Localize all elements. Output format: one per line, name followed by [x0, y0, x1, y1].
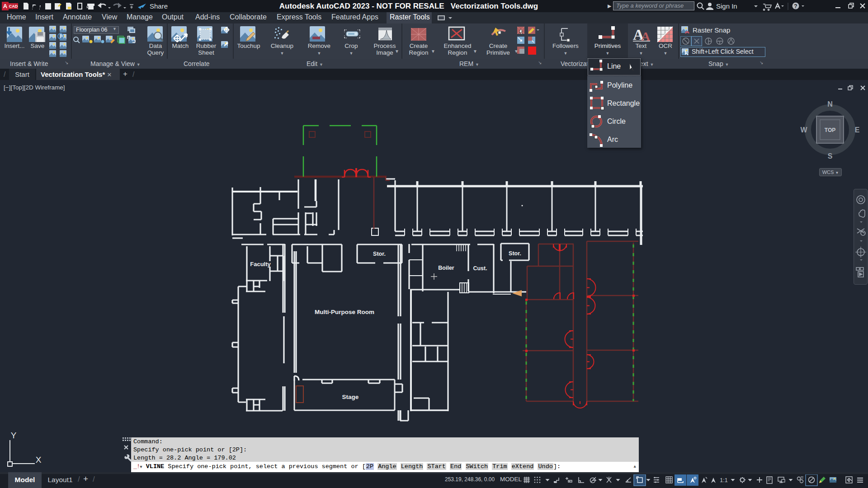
svg-text:Y: Y — [11, 431, 17, 440]
svg-text:E: E — [855, 126, 860, 134]
svg-text:S: S — [828, 152, 833, 160]
svg-text:Boiler: Boiler — [438, 265, 454, 271]
svg-text:TOP: TOP — [825, 127, 835, 133]
svg-text:X: X — [36, 455, 42, 465]
svg-text:Faculty: Faculty — [250, 261, 271, 267]
svg-text:Stage: Stage — [342, 394, 359, 400]
svg-text:N: N — [827, 100, 833, 108]
svg-text:Cust.: Cust. — [473, 265, 487, 272]
svg-text:Stor.: Stor. — [373, 251, 386, 257]
svg-text:W: W — [800, 126, 807, 134]
svg-text:Stor.: Stor. — [509, 250, 521, 257]
svg-text:Multi-Purpose Room: Multi-Purpose Room — [315, 309, 374, 315]
